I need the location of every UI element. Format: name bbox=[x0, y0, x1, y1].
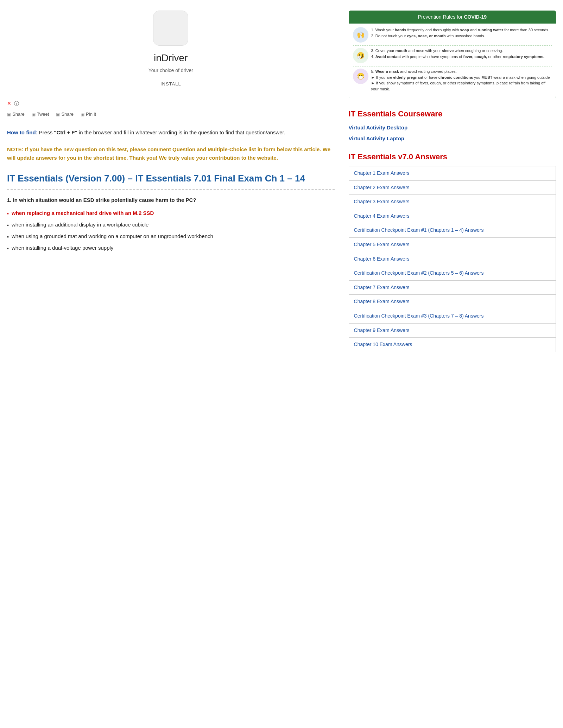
question-1-number: 1. bbox=[7, 197, 13, 203]
how-to-find: How to find: Press "Ctrl + F" in the bro… bbox=[7, 128, 335, 137]
covid-icon-sneeze: 🤧 bbox=[353, 48, 368, 63]
courseware-link-laptop[interactable]: Virtual Activity Laptop bbox=[349, 135, 556, 143]
answer-1-2-text: when installing an additional display in… bbox=[12, 221, 148, 229]
app-card: inDriver Your choice of driver INSTALL bbox=[7, 11, 335, 91]
chapter-item-7[interactable]: Chapter 6 Exam Answers bbox=[349, 252, 556, 267]
chapter-item-11[interactable]: Certification Checkpoint Exam #3 (Chapte… bbox=[349, 309, 556, 324]
answer-1-2: ▪ when installing an additional display … bbox=[7, 221, 335, 229]
answers-section: IT Essentials v7.0 Answers Chapter 1 Exa… bbox=[349, 151, 556, 352]
share-pinterest[interactable]: ▣ Pin it bbox=[81, 111, 96, 118]
chapter-list: Chapter 1 Exam AnswersChapter 2 Exam Ans… bbox=[349, 166, 556, 352]
covid-rule-2-text: 3. Cover your mouth and nose with your s… bbox=[371, 48, 552, 59]
chapter-item-12[interactable]: Chapter 9 Exam Answers bbox=[349, 324, 556, 338]
covid-header: Prevention Rules for COVID-19 bbox=[349, 11, 556, 24]
chapter-item-9[interactable]: Chapter 7 Exam Answers bbox=[349, 281, 556, 295]
chapter-item-10[interactable]: Chapter 8 Exam Answers bbox=[349, 295, 556, 309]
page-wrapper: inDriver Your choice of driver INSTALL ✕… bbox=[0, 0, 563, 363]
close-icon[interactable]: ✕ bbox=[7, 100, 11, 107]
covid-rule-3-text: 5. Wear a mask and avoid visiting crowed… bbox=[371, 69, 552, 92]
right-column: Prevention Rules for COVID-19 🙌 1. Wash … bbox=[349, 11, 556, 352]
share-twitter-label: Tweet bbox=[37, 111, 49, 118]
chapter-item-4[interactable]: Chapter 4 Exam Answers bbox=[349, 209, 556, 224]
install-button[interactable]: INSTALL bbox=[160, 81, 181, 87]
covid-icon-hands: 🙌 bbox=[353, 27, 368, 43]
chapter-item-8[interactable]: Certification Checkpoint Exam #2 (Chapte… bbox=[349, 266, 556, 281]
how-to-find-text1: Press bbox=[39, 129, 54, 135]
share-linkedin[interactable]: ▣ Share bbox=[56, 111, 74, 118]
note-box: NOTE: If you have the new question on th… bbox=[7, 145, 335, 162]
linkedin-icon: ▣ bbox=[56, 111, 60, 117]
covid-header-prefix: Prevention Rules for bbox=[418, 14, 464, 20]
share-linkedin-label: Share bbox=[61, 111, 74, 118]
pinterest-icon: ▣ bbox=[81, 111, 84, 117]
answer-1-3-text: when using a grounded mat and working on… bbox=[12, 232, 213, 241]
covid-rule-1-text: 1. Wash your hands frequently and thorou… bbox=[371, 27, 552, 39]
chapter-item-3[interactable]: Chapter 3 Exam Answers bbox=[349, 195, 556, 209]
hotkey: "Ctrl + F" bbox=[54, 129, 77, 135]
chapter-item-6[interactable]: Chapter 5 Exam Answers bbox=[349, 238, 556, 252]
answers-title: IT Essentials v7.0 Answers bbox=[349, 151, 556, 162]
share-facebook-label: Share bbox=[12, 111, 25, 118]
how-to-find-text2: in the browser and fill in whatever word… bbox=[79, 129, 285, 135]
app-icon bbox=[153, 11, 188, 46]
bullet-icon: ▪ bbox=[7, 245, 9, 252]
bullet-icon: ▪ bbox=[7, 222, 9, 229]
app-tagline: Your choice of driver bbox=[148, 67, 193, 74]
courseware-title: IT Essentials Courseware bbox=[349, 108, 556, 120]
chapter-item-2[interactable]: Chapter 2 Exam Answers bbox=[349, 181, 556, 195]
left-column: inDriver Your choice of driver INSTALL ✕… bbox=[7, 11, 335, 352]
facebook-icon: ▣ bbox=[7, 111, 11, 117]
answer-1-1-text: when replacing a mechanical hard drive w… bbox=[12, 209, 154, 217]
chapter-item-13[interactable]: Chapter 10 Exam Answers bbox=[349, 338, 556, 352]
answer-1-4: ▪ when installing a dual-voltage power s… bbox=[7, 244, 335, 252]
covid-rule-2: 🤧 3. Cover your mouth and nose with your… bbox=[353, 48, 552, 63]
twitter-icon: ▣ bbox=[32, 111, 36, 117]
app-name: inDriver bbox=[154, 51, 188, 65]
chapter-item-5[interactable]: Certification Checkpoint Exam #1 (Chapte… bbox=[349, 223, 556, 238]
main-heading: IT Essentials (Version 7.00) – IT Essent… bbox=[7, 173, 335, 190]
answer-list-1: ▪ when replacing a mechanical hard drive… bbox=[7, 209, 335, 252]
answer-1-1: ▪ when replacing a mechanical hard drive… bbox=[7, 209, 335, 217]
covid-divider-1 bbox=[353, 45, 552, 46]
app-meta-row: ✕ ⓘ bbox=[7, 100, 335, 107]
share-facebook[interactable]: ▣ Share bbox=[7, 111, 25, 118]
answer-1-4-text: when installing a dual-voltage power sup… bbox=[12, 244, 113, 252]
chapter-item-1[interactable]: Chapter 1 Exam Answers bbox=[349, 166, 556, 181]
share-row: ▣ Share ▣ Tweet ▣ Share ▣ Pin it bbox=[7, 111, 335, 118]
covid-divider-2 bbox=[353, 66, 552, 66]
question-1-block: 1. In which situation would an ESD strik… bbox=[7, 196, 335, 252]
courseware-link-desktop[interactable]: Virtual Activity Desktop bbox=[349, 124, 556, 132]
bullet-icon: ▪ bbox=[7, 233, 9, 241]
how-to-find-label: How to find: bbox=[7, 129, 38, 135]
question-1-text: 1. In which situation would an ESD strik… bbox=[7, 196, 335, 204]
covid-header-highlight: COVID-19 bbox=[464, 14, 487, 20]
info-icon[interactable]: ⓘ bbox=[14, 100, 19, 107]
covid-rule-1: 🙌 1. Wash your hands frequently and thor… bbox=[353, 27, 552, 43]
covid-card: Prevention Rules for COVID-19 🙌 1. Wash … bbox=[349, 11, 556, 98]
question-1-body: In which situation would an ESD strike p… bbox=[13, 197, 196, 203]
covid-rule-3: 😷 5. Wear a mask and avoid visiting crow… bbox=[353, 69, 552, 92]
bullet-icon: ▪ bbox=[7, 210, 9, 217]
note-text: NOTE: If you have the new question on th… bbox=[7, 146, 330, 161]
share-pinterest-label: Pin it bbox=[86, 111, 96, 118]
covid-icon-mask: 😷 bbox=[353, 69, 368, 84]
share-twitter[interactable]: ▣ Tweet bbox=[32, 111, 49, 118]
covid-body: 🙌 1. Wash your hands frequently and thor… bbox=[349, 24, 556, 98]
courseware-section: IT Essentials Courseware Virtual Activit… bbox=[349, 108, 556, 142]
answer-1-3: ▪ when using a grounded mat and working … bbox=[7, 232, 335, 241]
